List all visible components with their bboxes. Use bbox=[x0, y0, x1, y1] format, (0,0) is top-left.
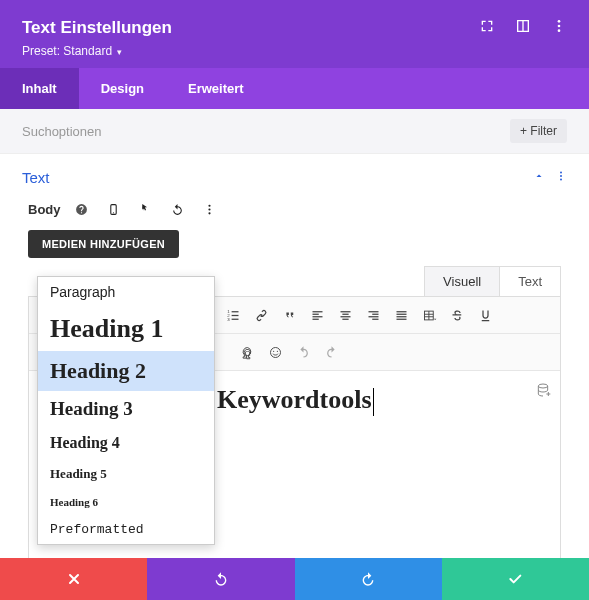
link-button[interactable] bbox=[249, 303, 273, 327]
format-option-paragraph[interactable]: Paragraph bbox=[38, 277, 214, 307]
svg-rect-33 bbox=[368, 316, 378, 317]
tab-design[interactable]: Design bbox=[79, 68, 166, 109]
svg-point-0 bbox=[558, 20, 561, 23]
search-bar: Suchoptionen + Filter bbox=[0, 109, 589, 154]
mode-tab-visual[interactable]: Visuell bbox=[424, 266, 500, 296]
expand-icon[interactable] bbox=[479, 18, 495, 38]
format-option-h1[interactable]: Heading 1 bbox=[38, 307, 214, 351]
svg-rect-28 bbox=[342, 313, 348, 314]
table-button[interactable] bbox=[417, 303, 441, 327]
preset-dropdown[interactable]: Preset: Standard ▾ bbox=[22, 44, 567, 58]
svg-point-44 bbox=[270, 347, 280, 357]
svg-text:Ω: Ω bbox=[244, 348, 250, 357]
main-tabs: Inhalt Design Erweitert bbox=[0, 68, 589, 109]
svg-point-4 bbox=[560, 175, 562, 177]
more-vert-icon[interactable] bbox=[551, 18, 567, 38]
body-more-icon[interactable] bbox=[199, 198, 221, 220]
svg-rect-20 bbox=[231, 311, 238, 312]
svg-rect-36 bbox=[396, 313, 406, 314]
svg-rect-27 bbox=[340, 311, 350, 312]
phone-icon[interactable] bbox=[103, 198, 125, 220]
svg-rect-34 bbox=[372, 318, 378, 319]
tab-content[interactable]: Inhalt bbox=[0, 68, 79, 109]
add-media-button[interactable]: MEDIEN HINZUFÜGEN bbox=[28, 230, 179, 258]
specialchar-button[interactable]: Ω bbox=[235, 340, 259, 364]
svg-rect-26 bbox=[312, 318, 318, 319]
svg-point-7 bbox=[113, 212, 114, 213]
svg-point-3 bbox=[560, 172, 562, 174]
align-right-button[interactable] bbox=[361, 303, 385, 327]
filter-button[interactable]: + Filter bbox=[510, 119, 567, 143]
svg-point-5 bbox=[560, 179, 562, 181]
svg-rect-32 bbox=[372, 313, 378, 314]
quote-button[interactable] bbox=[277, 303, 301, 327]
content-heading: Keywordtools bbox=[217, 385, 544, 416]
action-bar bbox=[0, 558, 589, 600]
redo-action-button[interactable] bbox=[295, 558, 442, 600]
svg-rect-23 bbox=[312, 311, 322, 312]
cancel-button[interactable] bbox=[0, 558, 147, 600]
ol-button[interactable]: 123 bbox=[221, 303, 245, 327]
svg-rect-24 bbox=[312, 313, 318, 314]
settings-header: Text Einstellungen Preset: Standard ▾ bbox=[0, 0, 589, 68]
svg-rect-25 bbox=[312, 316, 322, 317]
align-center-button[interactable] bbox=[333, 303, 357, 327]
format-option-h2[interactable]: Heading 2 bbox=[38, 351, 214, 391]
undo-action-button[interactable] bbox=[147, 558, 294, 600]
layout-icon[interactable] bbox=[515, 18, 531, 38]
strike-button[interactable] bbox=[445, 303, 469, 327]
emoji-button[interactable] bbox=[263, 340, 287, 364]
mode-tab-text[interactable]: Text bbox=[499, 266, 561, 296]
section-more-icon[interactable] bbox=[555, 168, 567, 186]
search-input[interactable]: Suchoptionen bbox=[22, 124, 102, 139]
svg-point-46 bbox=[276, 350, 277, 351]
svg-rect-37 bbox=[396, 316, 406, 317]
svg-point-8 bbox=[208, 204, 210, 206]
svg-point-47 bbox=[538, 384, 547, 388]
svg-rect-21 bbox=[231, 314, 238, 315]
format-option-h6[interactable]: Heading 6 bbox=[38, 489, 214, 515]
section-label[interactable]: Text bbox=[22, 169, 50, 186]
hover-icon[interactable] bbox=[135, 198, 157, 220]
underline-button[interactable] bbox=[473, 303, 497, 327]
help-icon[interactable] bbox=[71, 198, 93, 220]
format-option-h3[interactable]: Heading 3 bbox=[38, 391, 214, 427]
panel-title: Text Einstellungen bbox=[22, 18, 172, 38]
text-section-header: Text bbox=[0, 154, 589, 194]
svg-point-9 bbox=[208, 208, 210, 210]
dynamic-content-icon[interactable] bbox=[534, 381, 552, 399]
reset-icon[interactable] bbox=[167, 198, 189, 220]
format-dropdown-menu: Paragraph Heading 1 Heading 2 Heading 3 … bbox=[37, 276, 215, 545]
body-device-row: Body bbox=[0, 194, 589, 228]
svg-rect-38 bbox=[396, 318, 406, 319]
align-left-button[interactable] bbox=[305, 303, 329, 327]
svg-point-10 bbox=[208, 212, 210, 214]
format-option-pre[interactable]: Preformatted bbox=[38, 515, 214, 544]
svg-rect-35 bbox=[396, 311, 406, 312]
format-option-h4[interactable]: Heading 4 bbox=[38, 427, 214, 459]
svg-point-2 bbox=[558, 29, 561, 32]
align-justify-button[interactable] bbox=[389, 303, 413, 327]
svg-rect-22 bbox=[231, 318, 238, 319]
format-option-h5[interactable]: Heading 5 bbox=[38, 459, 214, 489]
save-button[interactable] bbox=[442, 558, 589, 600]
svg-point-1 bbox=[558, 25, 561, 28]
svg-rect-29 bbox=[340, 316, 350, 317]
collapse-icon[interactable] bbox=[533, 168, 545, 186]
redo-button[interactable] bbox=[319, 340, 343, 364]
svg-rect-31 bbox=[368, 311, 378, 312]
undo-button[interactable] bbox=[291, 340, 315, 364]
body-label: Body bbox=[28, 202, 61, 217]
svg-point-45 bbox=[273, 350, 274, 351]
svg-rect-30 bbox=[342, 318, 348, 319]
svg-text:3: 3 bbox=[227, 316, 230, 321]
tab-advanced[interactable]: Erweitert bbox=[166, 68, 266, 109]
